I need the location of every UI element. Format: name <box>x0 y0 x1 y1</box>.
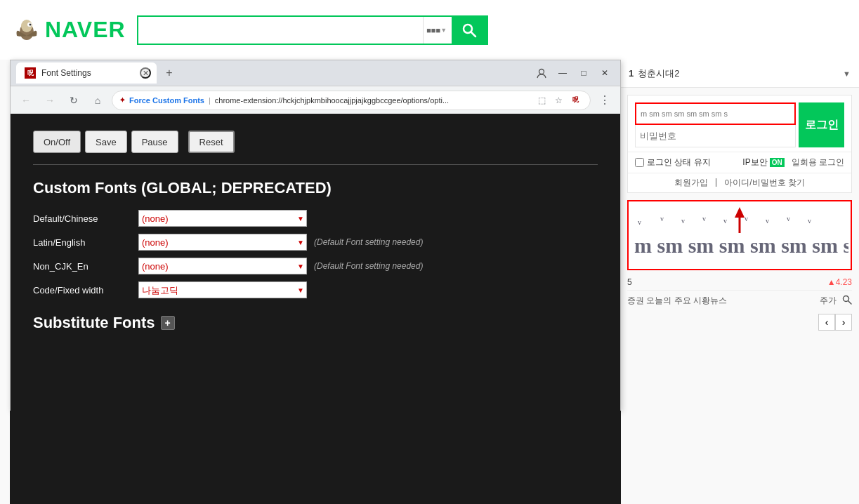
font-divider <box>33 164 598 165</box>
font-row-default-chinese: Default/Chinese (none) ▼ <box>33 210 598 227</box>
naver-news-label: 증권 오늘의 주요 시황뉴스 <box>627 295 727 307</box>
naver-pw-input[interactable] <box>635 125 796 147</box>
chrome-window-controls: — □ ✕ <box>532 63 615 83</box>
naver-nav-arrows: ‹ › <box>620 311 859 333</box>
naver-trending-text: 1 청춘시대2 <box>629 67 679 80</box>
chrome-address-extension-icon: ✦ <box>119 96 125 104</box>
font-select-latin-english[interactable]: (none) <box>138 234 307 251</box>
chrome-tab-label: Font Settings <box>41 68 91 78</box>
chrome-profile-btn[interactable] <box>532 63 551 83</box>
font-select-wrapper-default-chinese[interactable]: (none) ▼ <box>138 210 307 227</box>
svg-line-5 <box>471 32 476 37</box>
naver-search-btn-area: ■■■ ▼ <box>423 17 450 44</box>
font-global-section-title: Custom Fonts (GLOBAL; DEPRECATED) <box>33 179 598 197</box>
chrome-new-tab-btn[interactable]: + <box>159 63 179 83</box>
chrome-maximize-btn[interactable]: □ <box>574 63 594 83</box>
naver-login-btn[interactable]: 로그인 <box>799 102 844 147</box>
chrome-share-btn[interactable]: ⬚ <box>534 93 549 108</box>
font-select-code-fixed[interactable]: 나눔고딕 <box>138 281 307 298</box>
font-label-latin-english: Latin/English <box>33 237 131 248</box>
naver-stock-change: ▲4.23 <box>827 277 852 287</box>
font-row-latin-english: Latin/English (none) ▼ (Default Font set… <box>33 234 598 251</box>
chrome-window: 呪 Font Settings ✕ + — □ ✕ <box>10 60 621 411</box>
font-select-default-chinese[interactable]: (none) <box>138 210 307 227</box>
font-viz-svg: v v v v v v v v v m sm sm sm sm sm sm s <box>631 204 848 267</box>
svg-point-3 <box>29 23 32 25</box>
font-onoff-btn[interactable]: On/Off <box>33 131 81 153</box>
chrome-tab[interactable]: 呪 Font Settings ✕ <box>16 62 157 84</box>
font-row-code-fixed: Code/Fixed width 나눔고딕 ▼ <box>33 281 598 298</box>
svg-line-19 <box>848 301 852 305</box>
chrome-bottom-bg <box>10 411 621 504</box>
naver-logo-text: NAVER <box>45 17 126 43</box>
chrome-bookmark-btn[interactable]: ☆ <box>551 93 566 108</box>
font-add-substitute-btn[interactable]: + <box>161 316 175 330</box>
font-pause-btn[interactable]: Pause <box>131 131 178 153</box>
chrome-address-actions: ⬚ ☆ 呪 <box>534 93 583 108</box>
chrome-home-btn[interactable]: ⌂ <box>88 91 107 110</box>
chrome-address-bar[interactable]: ✦ Force Custom Fonts | chrome-extension:… <box>112 91 591 110</box>
chrome-titlebar: 呪 Font Settings ✕ + — □ ✕ <box>11 60 620 86</box>
search-icon <box>461 22 477 38</box>
trending-title: 청춘시대2 <box>638 67 679 80</box>
chrome-minimize-btn[interactable]: — <box>553 63 572 83</box>
naver-search-submit-btn[interactable] <box>452 15 487 45</box>
font-note-latin-english: (Default Font setting needed) <box>314 237 423 247</box>
svg-text:v: v <box>745 215 748 223</box>
naver-right-panel: 1 청춘시대2 ▼ 로그인 로그인 상태 유지 IP보안 ON 일회용 로그인 … <box>620 60 859 504</box>
font-label-non-cjk-en: Non_CJK_En <box>33 261 131 272</box>
naver-stocks-row: 5 ▲4.23 <box>627 277 852 287</box>
font-reset-btn[interactable]: Reset <box>188 131 235 153</box>
naver-search-input[interactable] <box>138 17 423 44</box>
font-note-non-cjk-en: (Default Font setting needed) <box>314 261 423 271</box>
naver-header: NAVER ■■■ ▼ <box>0 0 859 60</box>
font-label-code-fixed: Code/Fixed width <box>33 285 131 296</box>
chrome-address-separator: | <box>209 96 211 105</box>
font-select-wrapper-non-cjk-en[interactable]: (none) ▼ <box>138 258 307 274</box>
svg-text:v: v <box>660 215 664 223</box>
naver-next-btn[interactable]: › <box>835 314 852 331</box>
font-select-wrapper-latin-english[interactable]: (none) ▼ <box>138 234 307 251</box>
naver-logo-icon <box>14 16 39 44</box>
font-row-non-cjk-en: Non_CJK_En (none) ▼ (Default Font settin… <box>33 258 598 274</box>
chrome-tab-close-btn[interactable]: ✕ <box>140 67 151 79</box>
naver-keep-checkbox[interactable] <box>635 158 644 167</box>
chrome-forward-btn[interactable]: → <box>40 91 60 110</box>
chrome-address-site-label: Force Custom Fonts <box>129 96 204 105</box>
chrome-close-btn[interactable]: ✕ <box>595 63 615 83</box>
chrome-toolbar: ← → ↻ ⌂ ✦ Force Custom Fonts | chrome-ex… <box>11 86 620 114</box>
svg-point-20 <box>539 69 544 74</box>
naver-chart-box: v v v v v v v v v m sm sm sm sm sm sm s <box>627 200 852 270</box>
chrome-ext-action-btn[interactable]: 呪 <box>568 93 583 108</box>
font-select-non-cjk-en[interactable]: (none) <box>138 258 307 274</box>
svg-text:v: v <box>638 218 641 226</box>
naver-news-category[interactable]: 주가 <box>820 295 837 307</box>
chrome-menu-btn[interactable]: ⋮ <box>595 91 615 110</box>
chrome-page-content: On/Off Save Pause Reset Custom Fonts (GL… <box>11 114 620 411</box>
svg-marker-16 <box>735 207 745 218</box>
naver-news-search-icon[interactable] <box>842 295 852 307</box>
naver-login-box: 로그인 로그인 상태 유지 IP보안 ON 일회용 로그인 회원가입 | 아이디… <box>627 95 852 193</box>
font-toolbar: On/Off Save Pause Reset <box>33 131 598 153</box>
naver-keyboard-btn[interactable]: ■■■ ▼ <box>424 17 450 44</box>
chrome-address-url: chrome-extension://hckjchjpkmbihoocajjpj… <box>215 96 530 105</box>
trending-number: 1 <box>629 68 634 79</box>
svg-text:m sm sm sm sm sm sm s: m sm sm sm sm sm sm s <box>634 234 848 257</box>
naver-font-viz: v v v v v v v v v m sm sm sm sm sm sm s <box>629 201 851 269</box>
naver-prev-btn[interactable]: ‹ <box>818 314 835 331</box>
font-select-wrapper-code-fixed[interactable]: 나눔고딕 ▼ <box>138 281 307 298</box>
naver-id-input[interactable] <box>635 102 796 125</box>
naver-logo[interactable]: NAVER <box>14 16 126 44</box>
naver-stock-value: 5 <box>627 277 632 287</box>
chrome-back-btn[interactable]: ← <box>16 91 36 110</box>
font-save-btn[interactable]: Save <box>85 131 127 153</box>
svg-text:v: v <box>723 217 727 225</box>
svg-text:v: v <box>702 215 706 223</box>
trending-chevron[interactable]: ▼ <box>843 69 851 78</box>
chrome-reload-btn[interactable]: ↻ <box>64 91 84 110</box>
naver-register-link[interactable]: 회원가입 <box>674 177 708 189</box>
naver-find-link[interactable]: 아이디/비밀번호 찾기 <box>724 177 805 189</box>
naver-search-bar[interactable]: ■■■ ▼ <box>137 15 488 45</box>
font-substitute-section-title: Substitute Fonts + <box>33 314 598 332</box>
svg-text:v: v <box>808 217 811 225</box>
